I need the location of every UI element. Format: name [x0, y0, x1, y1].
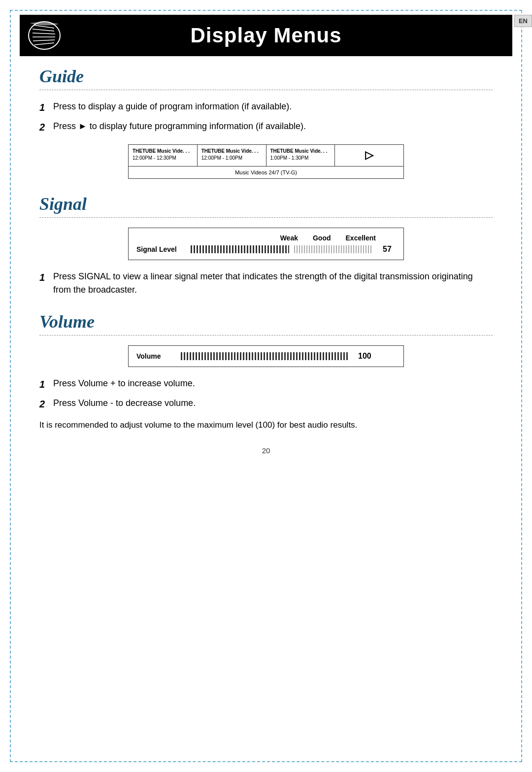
volume-step-2-num: 2 [39, 397, 49, 411]
volume-row: Volume 100 [136, 352, 396, 361]
svg-line-3 [33, 33, 55, 34]
signal-bars-empty [294, 245, 373, 253]
page-title: Display Menus [190, 24, 341, 47]
signal-bars-filled [191, 245, 289, 253]
guide-bottom-row: Music Videos 24/7 (TV-G) [129, 167, 403, 178]
guide-step-1-num: 1 [39, 100, 49, 115]
guide-cell-1-time: 12:00PM - 12:30PM [133, 155, 193, 162]
en-badge: EN [514, 15, 532, 27]
volume-diagram: Volume 100 [128, 345, 404, 367]
signal-good-label: Good [313, 234, 331, 242]
guide-cell-1-title: THETUBE Music Vide. . . [133, 148, 193, 155]
volume-step-1-num: 1 [39, 377, 49, 392]
guide-section: Guide 1 Press to display a guide of prog… [20, 66, 512, 179]
signal-weak-label: Weak [280, 234, 298, 242]
volume-row-label: Volume [136, 352, 176, 360]
guide-section-title: Guide [39, 66, 493, 87]
guide-diagram: THETUBE Music Vide. . . 12:00PM - 12:30P… [128, 144, 404, 179]
signal-header-row: Weak Good Excellent [136, 234, 396, 242]
guide-cell-3-title: THETUBE Music Vide. . . [270, 148, 331, 155]
volume-bars [181, 352, 348, 360]
volume-value: 100 [358, 352, 371, 361]
svg-line-6 [34, 43, 54, 45]
guide-step-2-text: Press ► to display future programming in… [53, 120, 306, 133]
svg-point-0 [29, 22, 60, 49]
volume-section: Volume Volume 100 1 Press Volume + to in… [20, 311, 512, 432]
volume-step-2: 2 Press Volume - to decrease volume. [39, 397, 493, 411]
guide-cell-1: THETUBE Music Vide. . . 12:00PM - 12:30P… [129, 145, 198, 166]
guide-arrow-icon: ▷ [365, 148, 373, 163]
signal-step-1-num: 1 [39, 270, 49, 285]
svg-line-2 [33, 29, 54, 31]
signal-divider [39, 217, 493, 218]
guide-cell-arrow: ▷ [335, 145, 403, 166]
signal-value: 57 [383, 245, 392, 254]
signal-step-1: 1 Press SIGNAL to view a linear signal m… [39, 270, 493, 297]
signal-row-label: Signal Level [136, 245, 186, 253]
signal-diagram: Weak Good Excellent Signal Level 57 [128, 228, 404, 260]
page-number: 20 [20, 446, 512, 455]
guide-cell-3-time: 1:00PM - 1:30PM [270, 155, 331, 162]
signal-row: Signal Level 57 [136, 245, 396, 254]
volume-step-1-text: Press Volume + to increase volume. [53, 377, 195, 390]
guide-cell-2: THETUBE Music Vide. . . 12:00PM - 1:00PM [198, 145, 266, 166]
guide-step-2-num: 2 [39, 120, 49, 134]
volume-step-2-text: Press Volume - to decrease volume. [53, 397, 196, 410]
volume-paragraph: It is recommended to adjust volume to th… [39, 418, 493, 432]
signal-section-title: Signal [39, 194, 493, 214]
guide-step-1-text: Press to display a guide of program info… [53, 100, 292, 113]
signal-step-1-text: Press SIGNAL to view a linear signal met… [53, 270, 493, 297]
guide-divider [39, 90, 493, 90]
signal-section: Signal Weak Good Excellent Signal Level … [20, 194, 512, 297]
header: Display Menus EN [20, 15, 512, 56]
guide-step-1: 1 Press to display a guide of program in… [39, 100, 493, 115]
book-icon [25, 18, 64, 53]
guide-top-row: THETUBE Music Vide. . . 12:00PM - 12:30P… [129, 145, 403, 167]
svg-line-5 [33, 40, 55, 41]
guide-cell-2-time: 12:00PM - 1:00PM [201, 155, 262, 162]
volume-step-1: 1 Press Volume + to increase volume. [39, 377, 493, 392]
signal-excellent-label: Excellent [346, 234, 376, 242]
guide-cell-2-title: THETUBE Music Vide. . . [201, 148, 262, 155]
guide-cell-3: THETUBE Music Vide. . . 1:00PM - 1:30PM [266, 145, 335, 166]
guide-step-2: 2 Press ► to display future programming … [39, 120, 493, 134]
volume-divider [39, 335, 493, 336]
svg-line-1 [33, 25, 54, 28]
page: Display Menus EN Guide 1 Press to displa… [0, 0, 532, 772]
volume-section-title: Volume [39, 311, 493, 332]
